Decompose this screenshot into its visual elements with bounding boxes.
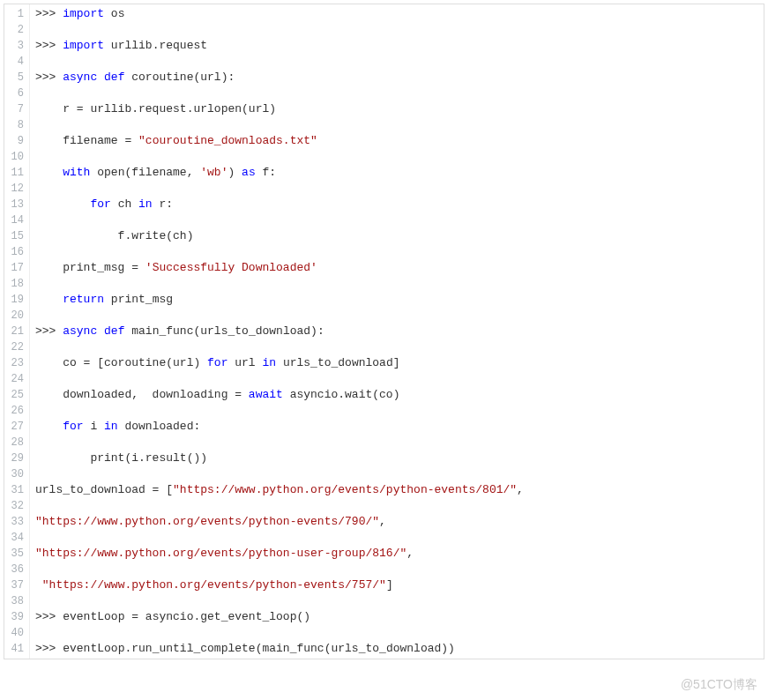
watermark: @51CTO博客 — [681, 677, 757, 693]
line-number: 19 — [4, 292, 29, 308]
code-token: downloaded, downloading = — [35, 388, 249, 401]
line-number: 14 — [4, 212, 29, 228]
code-token: os — [111, 7, 125, 20]
code-token — [35, 420, 63, 433]
code-token: return — [63, 293, 111, 306]
code-token: "https://www.python.org/events/python-ev… — [173, 483, 517, 496]
code-token: open(filename, — [97, 166, 200, 179]
code-token: , — [406, 547, 414, 560]
code-token: def — [104, 324, 131, 338]
code-token: r = urllib.request.urlopen(url) — [35, 102, 276, 115]
code-token: ] — [386, 578, 393, 592]
code-token: print_msg — [111, 293, 173, 306]
code-token: urllib.request — [111, 39, 207, 52]
line-number: 5 — [4, 70, 29, 86]
code-token: for — [90, 197, 117, 211]
code-token: for — [207, 356, 235, 369]
code-token: print(i.result()) — [35, 451, 207, 465]
line-number: 29 — [4, 451, 29, 466]
line-number: 4 — [4, 54, 29, 70]
line-number: 17 — [4, 260, 29, 276]
code-token — [35, 197, 90, 211]
code-token: eventLoop = asyncio.get_event_loop() — [63, 610, 310, 623]
code-token: ) — [227, 166, 242, 179]
line-number: 27 — [4, 419, 29, 435]
code-token: "https://www.python.org/events/python-ev… — [42, 578, 386, 592]
line-number: 18 — [4, 276, 29, 292]
line-number: 38 — [4, 593, 29, 609]
line-number: 16 — [4, 244, 29, 260]
line-number: 1 — [4, 6, 29, 22]
code-block: 1234567891011121314151617181920212223242… — [4, 4, 764, 659]
code-line — [35, 86, 764, 101]
code-line: >>> async def coroutine(url): — [35, 70, 764, 86]
code-line: >>> import urllib.request — [35, 38, 764, 54]
code-line: filename = "couroutine_downloads.txt" — [35, 133, 764, 149]
code-token: urls_to_download = [ — [35, 483, 173, 496]
code-line: for ch in r: — [35, 197, 764, 212]
code-line: >>> eventLoop.run_until_complete(main_fu… — [35, 641, 764, 657]
line-number: 3 — [4, 38, 29, 54]
code-line — [35, 530, 764, 546]
line-number: 6 — [4, 86, 29, 101]
code-line: f.write(ch) — [35, 228, 764, 244]
code-line: urls_to_download = ["https://www.python.… — [35, 482, 764, 498]
code-line — [35, 403, 764, 419]
code-token: "https://www.python.org/events/python-us… — [35, 547, 406, 560]
code-line — [35, 244, 764, 260]
line-number: 33 — [4, 514, 29, 530]
code-line — [35, 149, 764, 165]
code-content[interactable]: >>> import os>>> import urllib.request>>… — [30, 4, 764, 659]
code-line — [35, 22, 764, 38]
code-token: >>> — [35, 39, 63, 52]
code-token: import — [63, 7, 111, 20]
line-number: 21 — [4, 324, 29, 339]
line-number-gutter: 1234567891011121314151617181920212223242… — [4, 4, 30, 659]
code-token: r: — [159, 197, 173, 211]
code-token: >>> — [35, 71, 63, 84]
code-token: >>> — [35, 610, 63, 623]
code-line: >>> import os — [35, 6, 764, 22]
code-line: with open(filename, 'wb') as f: — [35, 165, 764, 181]
line-number: 25 — [4, 387, 29, 403]
code-line — [35, 435, 764, 451]
code-token: >>> — [35, 324, 63, 338]
code-token: with — [63, 166, 97, 179]
line-number: 34 — [4, 530, 29, 546]
code-line — [35, 371, 764, 387]
code-token: 'Successfully Downloaded' — [145, 261, 317, 274]
line-number: 2 — [4, 22, 29, 38]
line-number: 40 — [4, 625, 29, 641]
code-line — [35, 54, 764, 70]
line-number: 22 — [4, 339, 29, 355]
code-line — [35, 276, 764, 292]
code-token: (urls_to_download): — [193, 324, 324, 338]
code-token: coroutine — [131, 71, 193, 84]
line-number: 26 — [4, 403, 29, 419]
code-token — [35, 293, 63, 306]
line-number: 41 — [4, 641, 29, 657]
code-line — [35, 625, 764, 641]
code-line: "https://www.python.org/events/python-ev… — [35, 514, 764, 530]
line-number: 20 — [4, 308, 29, 324]
code-line — [35, 593, 764, 609]
code-token: asyncio.wait(co) — [290, 388, 400, 401]
code-token: print_msg = — [35, 261, 145, 274]
line-number: 24 — [4, 371, 29, 387]
line-number: 11 — [4, 165, 29, 181]
code-token: ch — [118, 197, 138, 211]
code-token: def — [104, 71, 131, 84]
code-token: urls_to_download] — [283, 356, 400, 369]
code-line: r = urllib.request.urlopen(url) — [35, 101, 764, 117]
code-line: print(i.result()) — [35, 451, 764, 466]
code-line: return print_msg — [35, 292, 764, 308]
line-number: 32 — [4, 498, 29, 514]
code-line — [35, 181, 764, 197]
code-line: for i in downloaded: — [35, 419, 764, 435]
code-line: downloaded, downloading = await asyncio.… — [35, 387, 764, 403]
code-line — [35, 466, 764, 482]
code-line — [35, 498, 764, 514]
line-number: 36 — [4, 562, 29, 577]
code-token: filename = — [35, 134, 138, 147]
code-line: >>> eventLoop = asyncio.get_event_loop() — [35, 609, 764, 625]
